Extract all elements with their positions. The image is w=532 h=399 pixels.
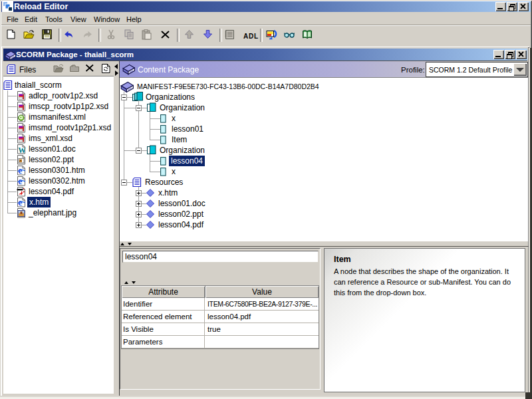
svg-text:W: W (18, 146, 26, 154)
